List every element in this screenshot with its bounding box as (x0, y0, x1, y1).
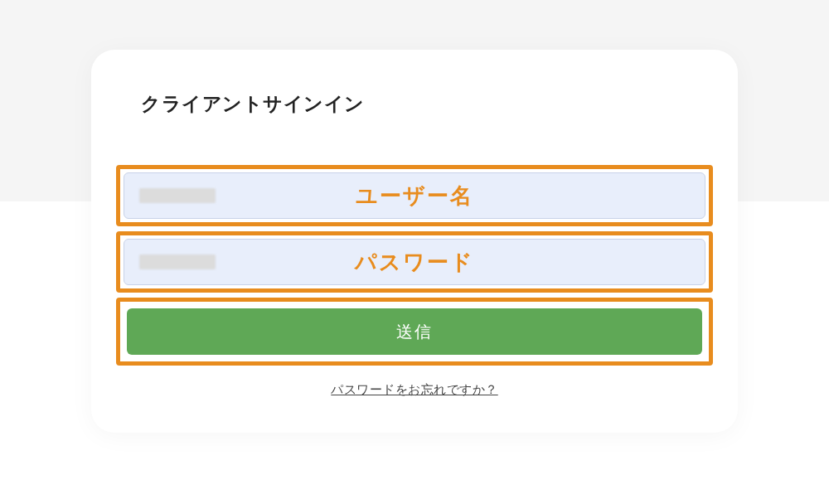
submit-button[interactable]: 送信 (127, 308, 702, 355)
username-placeholder-blur (139, 188, 216, 203)
username-input[interactable] (124, 172, 705, 219)
submit-highlight-box: 送信 (116, 298, 713, 366)
signin-card: クライアントサインイン ユーザー名 パスワード 送信 パスワードをお忘れですか？ (91, 50, 738, 433)
password-placeholder-blur (139, 254, 216, 269)
card-title: クライアントサインイン (91, 91, 738, 117)
password-input[interactable] (124, 239, 705, 285)
password-highlight-box: パスワード (116, 231, 713, 293)
forgot-password-link[interactable]: パスワードをお忘れですか？ (116, 382, 713, 398)
form-section: ユーザー名 パスワード 送信 パスワードをお忘れですか？ (91, 165, 738, 398)
username-highlight-box: ユーザー名 (116, 165, 713, 226)
